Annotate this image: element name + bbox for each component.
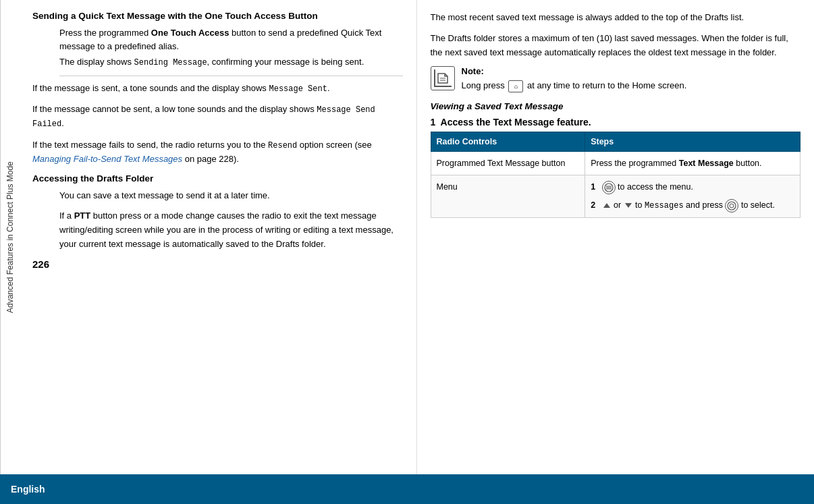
text-message-bold: Text Message [493, 117, 554, 128]
message-sent-mono: Message Sent [269, 84, 327, 94]
page-number: 226 [32, 258, 403, 270]
radio-controls-table: Radio Con­trols Steps Programmed Text Me… [431, 132, 801, 218]
message-send-failed-mono: Message Send Failed [32, 105, 375, 129]
menu-circle-icon [602, 181, 616, 194]
home-button-icon: ⌂ [508, 80, 523, 92]
note-text: Long press ⌂ at any time to return to th… [462, 79, 801, 93]
right-para2: The Drafts folder stores a maximum of te… [431, 32, 801, 60]
menu-step-2: 2 or to Messages and press [591, 198, 794, 213]
one-touch-bold: One Touch Access [151, 28, 229, 38]
svg-point-6 [728, 202, 736, 210]
arrow-up-icon [603, 203, 610, 208]
fail-to-send-link[interactable]: Managing Fail-to-Send Text Messages [32, 154, 182, 164]
sending-message-mono: Sending Message [134, 58, 207, 67]
note-icon [431, 66, 455, 90]
table-header-steps: Steps [585, 132, 801, 152]
select-circle-icon [725, 199, 738, 213]
section-drafts-title: Accessing the Drafts Folder [32, 173, 403, 184]
table-header-controls: Radio Con­trols [431, 132, 585, 152]
right-column: The most recent saved text message is al… [417, 0, 815, 474]
table-cell-menu-steps: 1 to access the menu. [585, 175, 801, 218]
content-area: Sending a Quick Text Message with the On… [19, 0, 814, 474]
divider [59, 76, 403, 76]
para-message-failed: If the message cannot be sent, a low ton… [32, 103, 403, 131]
table-cell-programmed-control: Programmed Text Message button [431, 152, 585, 175]
one-touch-indented: Press the programmed One Touch Access bu… [59, 26, 403, 69]
language-label: English [11, 484, 45, 495]
arrow-down-icon [625, 203, 632, 208]
section-one-touch: Sending a Quick Text Message with the On… [32, 11, 403, 167]
bottom-bar: English [0, 474, 814, 504]
viewing-section-title: Viewing a Saved Text Message [431, 101, 801, 111]
section-drafts: Accessing the Drafts Folder You can save… [32, 173, 403, 252]
menu-step-1: 1 to access the menu. [591, 180, 794, 194]
table-row-menu: Menu 1 [431, 175, 801, 218]
main-content: Advanced Features in Connect Plus Mode S… [0, 0, 814, 474]
svg-point-7 [730, 204, 734, 208]
note-box: Note: Long press ⌂ at any time to return… [431, 66, 801, 93]
left-column: Sending a Quick Text Message with the On… [19, 0, 417, 474]
para-message-sent: If the message is sent, a tone sounds an… [32, 82, 403, 96]
messages-mono: Messages [645, 201, 684, 211]
note-title: Note: [462, 66, 801, 76]
drafts-para1: You can save a text message to send it a… [59, 189, 403, 252]
table-cell-menu-control: Menu [431, 175, 585, 218]
table-cell-programmed-steps: Press the programmed Text Message button… [585, 152, 801, 175]
ptt-bold: PTT [74, 211, 91, 221]
para-resend: If the text message fails to send, the r… [32, 138, 403, 167]
resend-mono: Resend [268, 141, 297, 150]
note-content: Note: Long press ⌂ at any time to return… [462, 66, 801, 93]
step-1-header: 1 Access the Text Message feature. [431, 117, 801, 128]
table-row-programmed: Programmed Text Message button Press the… [431, 152, 801, 175]
right-para1: The most recent saved text message is al… [431, 11, 801, 25]
section-one-touch-title: Sending a Quick Text Message with the On… [32, 11, 403, 21]
sidebar-label: Advanced Features in Connect Plus Mode [0, 0, 19, 474]
